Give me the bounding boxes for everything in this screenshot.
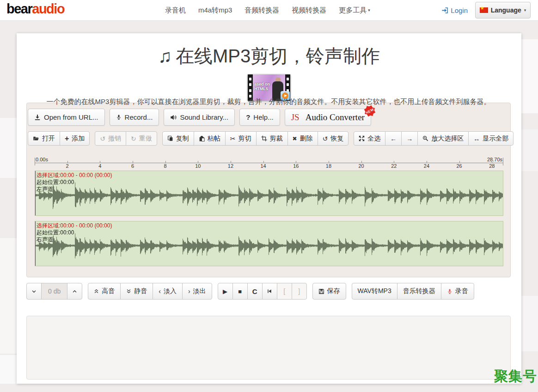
- start-position-label: 起始位置:00:00: [37, 179, 112, 186]
- ruler-tick: [165, 161, 166, 163]
- volume-up-button[interactable]: [67, 283, 82, 300]
- nav-link-label: 音频转换器: [245, 6, 279, 15]
- logo[interactable]: bearaudio: [6, 1, 64, 17]
- waveform-track-right[interactable]: 选择区域:00:00 - 00:00 (00:00)起始位置:00:00右声道: [35, 221, 503, 266]
- loop-button[interactable]: C: [247, 283, 263, 300]
- ruler-tick: [329, 161, 329, 163]
- open-from-url-button[interactable]: Open from URL...: [28, 109, 105, 126]
- undo-button-label: 撤销: [108, 135, 121, 143]
- nav-links: 录音机m4a转mp3音频转换器视频转换器更多工具▾: [165, 0, 370, 20]
- playhead-cursor[interactable]: [35, 171, 36, 215]
- skip-start-button[interactable]: [262, 283, 277, 300]
- zoom-selection-button[interactable]: 放大选择区: [417, 131, 469, 146]
- show-all-button-label: 显示全部: [483, 135, 508, 143]
- restore-icon: ↺: [323, 135, 328, 142]
- fade-out-button-label: 淡出: [193, 287, 206, 295]
- ruler-tick-label: 4: [98, 163, 101, 169]
- bg-block: [521, 296, 538, 351]
- wav-to-mp3-button[interactable]: WAV转MP3: [352, 283, 397, 300]
- toolbar-group-2: 复制粘帖✂剪切剪裁✖删除↺恢复: [162, 131, 349, 146]
- record-audio-button-label: 录音: [455, 287, 468, 295]
- ruler-tick: [231, 161, 231, 163]
- delete-button[interactable]: ✖删除: [287, 131, 318, 146]
- channel-name-label: 右声道: [37, 236, 112, 243]
- save-button[interactable]: 保存: [312, 283, 346, 300]
- bg-block: [521, 39, 538, 113]
- paste-button[interactable]: 粘帖: [194, 131, 226, 146]
- show-all-button[interactable]: ↔显示全部: [468, 131, 514, 146]
- treble-button[interactable]: 高音: [88, 283, 121, 300]
- bg-block: [0, 118, 17, 178]
- js-audio-converter-button[interactable]: JSAudio ConverterNEW: [285, 109, 371, 126]
- help-button[interactable]: ?Help...: [239, 109, 280, 126]
- controls-group-4: WAV转MP3音乐转换器录音: [352, 283, 474, 300]
- nav-link-1[interactable]: m4a转mp3: [198, 6, 232, 15]
- select-all-button-label: 全选: [367, 135, 380, 143]
- open-button-label: 打开: [42, 135, 55, 143]
- bracket-open-button[interactable]: [: [277, 283, 292, 300]
- plus-icon: +: [65, 135, 69, 142]
- sound-library-button[interactable]: Sound Library...: [164, 109, 235, 126]
- cut-button[interactable]: ✂剪切: [225, 131, 257, 146]
- copy-button[interactable]: 复制: [162, 131, 194, 146]
- redo-icon: ↻: [131, 135, 136, 142]
- redo-button-label: 重做: [139, 135, 152, 143]
- folder-icon: [33, 135, 39, 141]
- waveform-track-left[interactable]: 选择区域:00:00 - 00:00 (00:00)起始位置:00:00左声道: [35, 171, 503, 216]
- fade-out-button[interactable]: ›淡出: [182, 283, 212, 300]
- cut-button-label: 剪切: [238, 135, 251, 143]
- mic-red-icon: [447, 288, 452, 294]
- channel-name-label: 左声道: [37, 186, 112, 193]
- new-badge: NEW: [363, 104, 376, 117]
- trim-button[interactable]: 剪裁: [256, 131, 288, 146]
- chevron-down-icon: [31, 289, 37, 294]
- tutorial-video-thumbnail[interactable]: ased on HTML5: [248, 74, 290, 101]
- toolbar-group-3: 全选←→放大选择区↔显示全部: [354, 131, 514, 146]
- record-button[interactable]: Record...: [110, 109, 159, 126]
- nav-link-4[interactable]: 更多工具▾: [339, 6, 370, 15]
- play-button[interactable]: ▶: [218, 283, 233, 300]
- select-all-button[interactable]: 全选: [354, 131, 385, 146]
- ruler-tick-label: 22: [391, 163, 397, 169]
- trim-button-label: 剪裁: [270, 135, 283, 143]
- zoom-selection-button-label: 放大选择区: [431, 135, 464, 143]
- question-icon: ?: [246, 114, 250, 121]
- stop-button[interactable]: ■: [232, 283, 248, 300]
- volume-down-button[interactable]: [26, 283, 42, 300]
- ruler-tick: [263, 161, 264, 163]
- ruler-tick-label: 2: [66, 163, 69, 169]
- bracket-close-button[interactable]: ]: [292, 283, 307, 300]
- language-button[interactable]: ★ Language ▾: [475, 2, 531, 18]
- timeline-ruler[interactable]: 0.00s 28.70s 246810121416182022242628: [35, 157, 503, 169]
- watermark-text: 聚集号: [494, 367, 537, 386]
- redo-button[interactable]: ↻重做: [126, 131, 157, 146]
- playhead-cursor[interactable]: [35, 221, 36, 266]
- nav-link-0[interactable]: 录音机: [165, 6, 186, 15]
- page-title-text: 在线MP3剪切，铃声制作: [176, 46, 380, 66]
- fade-in-button[interactable]: ‹淡入: [153, 283, 183, 300]
- ruler-tick-label: 10: [195, 163, 201, 169]
- mute-button-label: 静音: [134, 287, 147, 295]
- music-converter-button[interactable]: 音乐转换器: [397, 283, 441, 300]
- loop-icon: C: [252, 288, 257, 295]
- bracket-open-glyph: [: [283, 288, 285, 294]
- add-button[interactable]: +添加: [60, 131, 90, 146]
- nav-link-3[interactable]: 视频转换器: [292, 6, 326, 15]
- restore-button[interactable]: ↺恢复: [318, 131, 349, 146]
- undo-button[interactable]: ↺撤销: [95, 131, 126, 146]
- arrows-h-icon: ↔: [473, 135, 480, 142]
- nav-link-2[interactable]: 音频转换器: [245, 6, 279, 15]
- ruler-start-mark: [35, 158, 35, 165]
- arrow-right-icon: →: [406, 135, 413, 142]
- mute-button[interactable]: 静音: [120, 283, 153, 300]
- move-right-button[interactable]: →: [401, 131, 418, 146]
- expand-icon: [359, 135, 365, 141]
- primary-button-row: Open from URL...Record...Sound Library..…: [28, 109, 371, 126]
- login-link[interactable]: Login: [441, 0, 468, 20]
- logo-text-black: bear: [6, 1, 32, 16]
- stop-icon: ■: [238, 288, 242, 294]
- move-left-button[interactable]: ←: [385, 131, 402, 146]
- open-button[interactable]: 打开: [28, 131, 60, 146]
- bracket-close-glyph: ]: [298, 288, 300, 294]
- record-audio-button[interactable]: 录音: [441, 283, 474, 300]
